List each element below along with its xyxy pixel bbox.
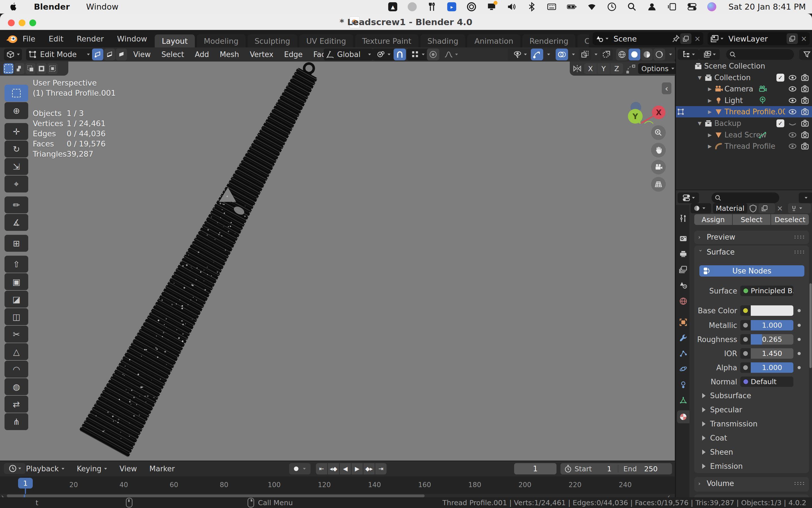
workspace-tab-compositing[interactable]: Compositing bbox=[577, 34, 589, 47]
animate-decorator-icon[interactable] bbox=[798, 309, 801, 312]
jump-to-end-button[interactable]: ⇥ bbox=[375, 463, 387, 474]
camera-toggle-icon[interactable] bbox=[801, 85, 809, 93]
xray-dropdown[interactable] bbox=[592, 48, 600, 60]
properties-search-input[interactable] bbox=[712, 193, 779, 203]
outliner-filter-image-dropdown[interactable] bbox=[699, 49, 720, 60]
tool-rotate[interactable]: ↻ bbox=[4, 140, 28, 158]
scene-name[interactable]: Scene bbox=[611, 34, 672, 43]
camera-toggle-icon[interactable] bbox=[801, 108, 809, 116]
record-dropdown-icon[interactable] bbox=[303, 468, 306, 470]
panel-grip[interactable] bbox=[794, 250, 805, 254]
outliner-item-label[interactable]: Backup bbox=[714, 119, 741, 128]
topbar-menu-window[interactable]: Window bbox=[117, 34, 147, 43]
unlink-scene-button[interactable]: × bbox=[691, 34, 703, 43]
play-reverse-button[interactable]: ◀ bbox=[340, 463, 351, 474]
properties-tab-tool[interactable] bbox=[677, 212, 689, 225]
workspace-tab-uv-editing[interactable]: UV Editing bbox=[299, 34, 353, 47]
eye-icon[interactable] bbox=[788, 131, 797, 139]
remove-viewlayer-button[interactable]: × bbox=[798, 34, 810, 43]
camera-toggle-icon[interactable] bbox=[801, 131, 809, 139]
shading-dropdown[interactable] bbox=[666, 48, 675, 60]
outliner-item-label[interactable]: Collection bbox=[714, 73, 751, 82]
properties-scrollbar[interactable] bbox=[809, 283, 812, 368]
topbar-menu-edit[interactable]: Edit bbox=[48, 34, 63, 43]
3d-viewport[interactable]: User Perspective (1) Thread Profile.001 … bbox=[0, 61, 675, 461]
wifi-icon[interactable] bbox=[587, 2, 597, 11]
transform-orientation-dropdown[interactable]: Global bbox=[324, 48, 373, 60]
workspace-tab-texture-paint[interactable]: Texture Paint bbox=[355, 34, 418, 47]
tool-extrude-region[interactable]: ⇧ bbox=[4, 256, 28, 272]
section-sheen[interactable]: Sheen bbox=[702, 448, 733, 456]
select-set-button[interactable] bbox=[3, 63, 13, 74]
eye-closed-icon[interactable] bbox=[788, 119, 797, 128]
tool-inset-faces[interactable]: ▣ bbox=[4, 273, 28, 290]
workspace-tab-sculpting[interactable]: Sculpting bbox=[248, 34, 297, 47]
properties-tab-scene[interactable] bbox=[677, 279, 689, 292]
viewport-menu-add[interactable]: Add bbox=[190, 50, 214, 59]
outliner-item-label[interactable]: Thread Profile.001 bbox=[725, 108, 785, 116]
properties-tab-physics[interactable] bbox=[677, 363, 689, 375]
playhead-badge[interactable]: 1 bbox=[18, 478, 33, 489]
next-keyframe-button[interactable]: ◆▸ bbox=[363, 463, 375, 474]
siri-icon[interactable] bbox=[707, 2, 716, 11]
prev-keyframe-button[interactable]: ◂◆ bbox=[328, 463, 339, 474]
outliner-row-lead-screw[interactable]: ▶ Lead Screw bbox=[676, 129, 812, 140]
visibility-dropdown[interactable] bbox=[508, 48, 532, 60]
gizmos-dropdown[interactable] bbox=[544, 48, 554, 60]
camera-toggle-icon[interactable] bbox=[801, 119, 809, 128]
proportional-editing-button[interactable] bbox=[427, 48, 439, 60]
menubar-clock[interactable]: Sat 20 Jan 8:41 PM bbox=[728, 2, 806, 11]
new-viewlayer-button[interactable] bbox=[786, 33, 798, 44]
viewport-menu-vertex[interactable]: Vertex bbox=[245, 50, 278, 59]
sidebar-collapse-button[interactable]: ‹ bbox=[662, 82, 672, 94]
focus-app-icon[interactable] bbox=[467, 2, 476, 11]
volume-icon[interactable] bbox=[507, 2, 516, 11]
select-subtract-button[interactable] bbox=[26, 63, 36, 74]
properties-options-dropdown[interactable] bbox=[799, 193, 812, 203]
viewport-menu-view[interactable]: View bbox=[128, 50, 156, 59]
panel-grip[interactable] bbox=[794, 481, 805, 485]
tool-cursor[interactable]: ⊕ bbox=[4, 102, 28, 119]
tool-spin[interactable]: ◠ bbox=[4, 361, 28, 378]
outliner-row-light[interactable]: ▶ Light bbox=[676, 95, 812, 106]
topbar-menu-file[interactable]: File bbox=[23, 34, 35, 43]
properties-tab-world[interactable] bbox=[677, 295, 689, 308]
expander-icon[interactable]: ▶ bbox=[706, 132, 714, 138]
expander-icon[interactable]: ▶ bbox=[706, 98, 714, 103]
section-specular[interactable]: Specular bbox=[702, 406, 742, 414]
viewlayer-selector[interactable]: ViewLayer × bbox=[707, 32, 810, 45]
outliner-filter-button[interactable] bbox=[799, 49, 812, 60]
end-label[interactable]: End bbox=[623, 465, 637, 473]
tool-annotate[interactable]: ✏ bbox=[4, 197, 28, 213]
tool-measure[interactable]: ∡ bbox=[4, 214, 28, 231]
screenshot-app-icon[interactable] bbox=[408, 2, 417, 11]
display-icon[interactable] bbox=[487, 2, 496, 11]
viewport-menu-mesh[interactable]: Mesh bbox=[215, 50, 244, 59]
proportional-falloff-dropdown[interactable] bbox=[440, 48, 462, 60]
animate-decorator-icon[interactable] bbox=[798, 366, 801, 369]
outliner-display-mode-dropdown[interactable] bbox=[678, 49, 699, 60]
checkbox-icon[interactable]: ✓ bbox=[776, 74, 784, 82]
menubar-app-name[interactable]: Blender bbox=[34, 2, 70, 11]
deselect-button[interactable]: Deselect bbox=[771, 214, 809, 225]
camera-toggle-icon[interactable] bbox=[801, 142, 809, 151]
outliner-item-label[interactable]: Light bbox=[725, 96, 743, 105]
assign-button[interactable]: Assign bbox=[694, 214, 732, 225]
expander-icon[interactable]: ▶ bbox=[706, 109, 714, 115]
editor-type-button[interactable] bbox=[4, 48, 22, 60]
material-browse-button[interactable] bbox=[691, 203, 711, 213]
face-select-button[interactable] bbox=[116, 48, 127, 60]
tool-edge-slide[interactable]: ⇄ bbox=[4, 396, 28, 413]
tool-move[interactable]: ✛ bbox=[4, 123, 28, 140]
apple-icon[interactable] bbox=[10, 2, 17, 11]
tool-poly-build[interactable]: △ bbox=[4, 343, 28, 360]
animate-decorator-icon[interactable] bbox=[798, 352, 801, 355]
preview-panel[interactable]: ›Preview bbox=[694, 230, 809, 244]
shading-solid-button[interactable] bbox=[628, 48, 640, 60]
workspace-tab-rendering[interactable]: Rendering bbox=[522, 34, 575, 47]
alpha-slider[interactable]: 1.000 bbox=[740, 363, 794, 373]
keyboard-icon[interactable] bbox=[547, 2, 557, 11]
mirror-z-button[interactable]: Z bbox=[610, 63, 623, 74]
tool-scale[interactable]: ⇲ bbox=[4, 158, 28, 175]
workspace-tab-animation[interactable]: Animation bbox=[467, 34, 520, 47]
